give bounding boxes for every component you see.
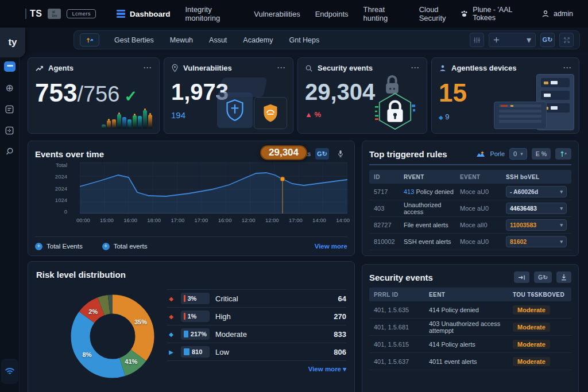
rule-event: File event alerts <box>404 222 460 228</box>
dropdown-caret: ▾ <box>560 205 563 211</box>
nav-item-integrity-monitoring[interactable]: Integrity monitoring <box>185 5 239 22</box>
level-badge: Moderate <box>513 357 550 366</box>
rule-level-value: 81602 <box>510 238 527 245</box>
nav-item-endpoints[interactable]: Endpoints <box>315 10 349 18</box>
wifi-icon <box>4 367 16 376</box>
sort-button[interactable] <box>555 148 571 160</box>
apps-grid-icon <box>5 126 14 135</box>
badge-value: 810 <box>192 348 202 355</box>
table-row[interactable]: 403Unauthorized accessMoce aU044636483▾ <box>369 200 571 217</box>
x-tick: 14:00 <box>312 217 326 223</box>
card-agents: Agents ··· 753 / 756 ✓ <box>28 57 160 134</box>
legend-label: Total Events <box>47 243 83 250</box>
risk-label: Critical <box>215 294 332 303</box>
event-id: 401, 1.5.681 <box>374 324 429 331</box>
col-event: EVENT <box>460 174 506 180</box>
risk-legend-row-high[interactable]: ◆1%High270 <box>167 308 346 325</box>
view-more-link[interactable]: View more <box>315 243 347 250</box>
risk-legend-row-critical[interactable]: ◆3%Critical64 <box>167 290 346 308</box>
rule-level-value: - A60026d <box>510 188 538 195</box>
rules-dropdown[interactable]: 0 ▾ <box>509 148 527 160</box>
expand-button[interactable] <box>559 33 574 47</box>
x-tick: 16:00 <box>123 217 137 223</box>
card-menu-icon[interactable]: ··· <box>563 66 572 70</box>
nav-item-vulnerabilities[interactable]: Vulnerabilities <box>254 10 300 18</box>
dashboard-grid-icon <box>117 10 125 18</box>
percent-button[interactable]: E % <box>532 148 551 160</box>
legend-item-total-events[interactable]: + Total Events <box>35 243 83 250</box>
table-row[interactable]: 82727File event alertsMoce alI011003583▾ <box>369 217 571 234</box>
x-tick: 17:00 <box>289 217 303 223</box>
nav-item-threat-hunting[interactable]: Threat hunting <box>363 5 404 22</box>
document-icon <box>5 104 14 114</box>
pin-icon <box>171 64 179 72</box>
table-row[interactable]: 5717413 Policy deniedMoce aU0- A60026d▾ <box>369 184 571 200</box>
rule-level-dropdown[interactable]: - A60026d▾ <box>506 186 567 197</box>
risk-distribution-panel: Risk level distribution 35%41%8%2% ◆3%Cr… <box>28 261 355 392</box>
events-over-time-panel: Events over time 24 18 Events G↻ Total20… <box>28 141 355 256</box>
sidebar: ⊕ <box>0 57 20 392</box>
y-axis-labels: Total2024202410240 <box>35 162 80 215</box>
mic-button[interactable] <box>334 148 347 160</box>
table-row[interactable]: 401, 1.5.615414 Policy alertsModerate <box>369 336 571 353</box>
sidebar-item-network[interactable] <box>1 359 18 384</box>
arrows-icon <box>86 36 94 44</box>
rule-level-dropdown[interactable]: 44636483▾ <box>506 203 567 214</box>
table-row[interactable]: 401, 1.5.635414 Policy deniedModerate <box>369 301 571 319</box>
download-button[interactable] <box>556 271 571 283</box>
user-menu[interactable]: admin <box>541 10 573 18</box>
sidebar-item-apps[interactable] <box>4 125 16 136</box>
search-icon <box>5 147 14 156</box>
view-more-link[interactable]: View more ▾ <box>308 365 346 373</box>
table-row[interactable]: 401, 1.5.6374011 event alertsModerate <box>369 353 571 370</box>
sidebar-item-add[interactable]: ⊕ <box>4 82 16 94</box>
y-tick: 0 <box>64 208 67 215</box>
pin-button[interactable] <box>514 271 529 283</box>
events-line-chart[interactable] <box>80 162 347 215</box>
subnav-link-assut[interactable]: Assut <box>209 36 227 44</box>
rule-mode: Moce aU0 <box>460 205 506 212</box>
caret-icon: ▾ <box>343 366 346 372</box>
quick-nav-button[interactable] <box>80 33 99 46</box>
refresh-button[interactable]: G↻ <box>540 33 555 47</box>
sidebar-item-chat[interactable] <box>4 61 16 72</box>
rules-table-header: ID RVENT EVENT SSH boVEL <box>369 170 571 184</box>
badge-marker-icon <box>184 331 188 337</box>
risk-donut-chart[interactable]: 35%41%8%2% <box>67 290 158 382</box>
subnav-link-mewuh[interactable]: Mewuh <box>170 36 193 44</box>
mic-icon <box>337 150 344 158</box>
table-row[interactable]: 401, 1.5.681403 Unauthorized access atte… <box>369 319 571 336</box>
risk-legend-row-low[interactable]: ▶810Low806 <box>167 343 346 361</box>
nav-item-label: Cloud Security <box>419 5 461 22</box>
risk-legend-row-moderate[interactable]: ◆217%Moderate833 <box>167 325 346 343</box>
vulns-sub-count: 194 <box>171 110 286 120</box>
diamond-icon: ◆ <box>167 296 175 302</box>
sort-arrows-icon <box>559 150 567 157</box>
table-refresh-button[interactable]: G↻ <box>534 271 552 283</box>
nav-item-cloud-security[interactable]: Cloud Security <box>419 5 461 22</box>
card-menu-icon[interactable]: ··· <box>144 66 152 70</box>
rule-id: 5717 <box>374 188 404 195</box>
subnav-link-gest-berties[interactable]: Gest Berties <box>114 36 154 44</box>
nav-item-dashboard[interactable]: Dashboard <box>117 10 171 18</box>
sidebar-item-search[interactable] <box>4 146 16 157</box>
rule-badge-cell: 11003583▾ <box>506 219 567 231</box>
rule-level-dropdown[interactable]: 11003583▾ <box>506 219 567 231</box>
brand: TS al lim Lcmers <box>25 9 96 19</box>
add-filter-dropdown[interactable]: ▾ <box>489 33 536 47</box>
layout-toggle-button[interactable] <box>470 33 484 47</box>
card-menu-icon[interactable]: ··· <box>277 66 286 70</box>
rule-event: SSH event alerts <box>404 238 460 245</box>
subnav-link-academy[interactable]: Academy <box>243 36 273 44</box>
product-logo[interactable]: ty <box>0 28 25 57</box>
legend-item-total-everts[interactable]: + Total everts <box>102 243 148 250</box>
chart-refresh-button[interactable]: G↻ <box>315 148 329 160</box>
rule-level-dropdown[interactable]: 81602▾ <box>506 236 567 247</box>
subnav-link-gnt-heps[interactable]: Gnt Heps <box>289 36 319 44</box>
api-tokens-menu[interactable]: Plune - 'AAL Tokees <box>460 6 529 22</box>
expand-icon <box>563 37 570 44</box>
rule-id: 82727 <box>374 222 404 228</box>
card-menu-icon[interactable]: ··· <box>411 66 420 70</box>
sidebar-item-docs[interactable] <box>4 103 16 115</box>
table-row[interactable]: 810002SSH event alertsMoce aU081602▾ <box>369 234 571 250</box>
